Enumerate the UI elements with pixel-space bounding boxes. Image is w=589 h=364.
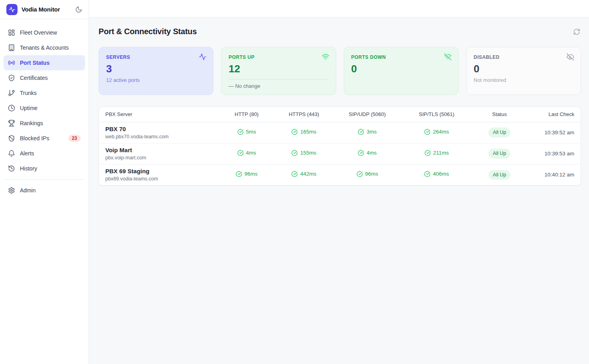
shield-check-icon <box>8 74 15 81</box>
stat-label: DISABLED <box>474 54 500 60</box>
git-branch-icon <box>8 89 15 97</box>
table-row: Voip Mart pbx.voip-mart.com 4ms 155ms 4m… <box>99 143 581 164</box>
column-header-pbx-server: PBX Server <box>99 107 218 122</box>
check-circle-icon <box>424 129 430 135</box>
sidebar-item-label: Port Status <box>20 60 50 66</box>
layout-dashboard-icon <box>8 29 15 36</box>
stat-subtext: — No change <box>229 83 328 89</box>
check-circle-icon <box>291 171 298 177</box>
refresh-button[interactable] <box>572 27 581 36</box>
sidebar-item-label: Certificates <box>20 75 48 81</box>
server-name: PBX 69 Staging <box>105 168 218 175</box>
table-header-row: PBX Server HTTP (80) HTTPS (443) SIP/UDP… <box>99 107 581 122</box>
last-check-time: 10:39:53 am <box>528 143 581 164</box>
status-badge: All Up <box>488 170 510 180</box>
stat-value: 12 <box>229 63 328 75</box>
server-domain: web.pbx70.vodia-teams.com <box>105 134 218 139</box>
sidebar-item-label: Uptime <box>20 105 37 111</box>
sidebar-item-port-status[interactable]: Port Status <box>4 55 85 70</box>
sidebar-item-label: Rankings <box>20 120 43 126</box>
server-name: PBX 70 <box>105 126 218 133</box>
column-header-sip-tls: SIP/TLS (5061) <box>402 107 471 122</box>
eye-off-icon <box>566 53 574 61</box>
topbar <box>89 0 589 17</box>
latency-value: 4ms <box>358 150 377 156</box>
sidebar-item-certificates[interactable]: Certificates <box>4 70 85 85</box>
check-circle-icon <box>358 150 364 156</box>
nav-divider <box>4 179 84 180</box>
stat-subtext: Not monitored <box>474 77 574 83</box>
stat-card-ports-down: PORTS DOWN 0 <box>344 47 459 95</box>
clock-icon <box>8 105 15 112</box>
card-divider <box>229 79 328 79</box>
content: Port & Connectivity Status SERVERS 3 12 … <box>89 17 589 364</box>
latency-value: 406ms <box>424 171 449 177</box>
table-row: PBX 70 web.pbx70.vodia-teams.com 5ms 165… <box>99 122 581 143</box>
theme-toggle-button[interactable] <box>74 5 83 14</box>
sidebar-item-label: Alerts <box>20 150 34 157</box>
check-circle-icon <box>291 129 298 135</box>
stat-value: 0 <box>474 63 574 75</box>
column-header-sip-udp: SIP/UDP (5060) <box>333 107 402 122</box>
sidebar-item-alerts[interactable]: Alerts <box>4 146 85 161</box>
sidebar-item-tenants-accounts[interactable]: Tenants & Accounts <box>4 40 85 55</box>
server-domain: pbx69.vodia-teams.com <box>105 176 218 182</box>
history-icon <box>8 165 15 172</box>
check-circle-icon <box>424 171 430 177</box>
server-name: Voip Mart <box>105 147 218 154</box>
stat-card-servers: SERVERS 3 12 active ports <box>99 47 213 95</box>
sidebar-item-trunks[interactable]: Trunks <box>4 85 85 101</box>
check-circle-icon <box>237 150 244 156</box>
moon-icon <box>75 6 82 13</box>
sidebar-item-history[interactable]: History <box>4 161 85 176</box>
sidebar: Vodia Monitor Fleet Overview Tenants & A… <box>0 0 89 364</box>
wifi-off-icon <box>444 53 452 61</box>
check-circle-icon <box>237 129 244 135</box>
stat-card-ports-up: PORTS UP 12 — No change <box>221 47 336 95</box>
sidebar-item-uptime[interactable]: Uptime <box>4 101 85 116</box>
blocked-ips-count-badge: 23 <box>68 135 81 142</box>
latency-value: 5ms <box>237 129 256 135</box>
stat-value: 0 <box>351 63 451 75</box>
stat-label: PORTS UP <box>229 54 254 60</box>
stat-subtext: 12 active ports <box>106 77 206 83</box>
trophy-icon <box>8 120 15 127</box>
column-header-https: HTTPS (443) <box>275 107 333 122</box>
sidebar-item-blocked-ips[interactable]: Blocked IPs 23 <box>4 131 85 146</box>
sidebar-item-admin[interactable]: Admin <box>4 183 85 198</box>
latency-value: 211ms <box>424 150 449 156</box>
shield-ban-icon <box>8 135 15 142</box>
page-title: Port & Connectivity Status <box>99 27 197 36</box>
settings-icon <box>8 187 15 194</box>
app-title: Vodia Monitor <box>21 6 60 13</box>
stat-cards-row: SERVERS 3 12 active ports PORTS UP 12 — … <box>99 47 581 95</box>
sidebar-item-label: Admin <box>20 187 36 194</box>
last-check-time: 10:40:12 am <box>528 164 581 185</box>
sidebar-item-label: Blocked IPs <box>20 135 49 141</box>
server-domain: pbx.voip-mart.com <box>105 155 218 161</box>
wifi-icon <box>322 53 329 61</box>
sidebar-header: Vodia Monitor <box>0 0 89 19</box>
latency-value: 165ms <box>291 129 316 135</box>
status-badge: All Up <box>488 128 510 137</box>
status-badge: All Up <box>488 149 510 159</box>
column-header-http: HTTP (80) <box>218 107 275 122</box>
activity-icon <box>199 53 207 61</box>
column-header-last-check: Last Check <box>528 107 581 122</box>
check-circle-icon <box>358 129 364 135</box>
check-circle-icon <box>291 150 298 156</box>
sidebar-item-label: History <box>20 165 37 172</box>
sidebar-item-rankings[interactable]: Rankings <box>4 116 85 131</box>
building-icon <box>8 44 15 51</box>
bell-icon <box>8 150 15 157</box>
stat-label: SERVERS <box>106 54 130 60</box>
sidebar-item-label: Trunks <box>20 90 37 96</box>
sidebar-item-label: Tenants & Accounts <box>20 45 69 51</box>
app-logo <box>6 4 17 15</box>
port-status-table: PBX Server HTTP (80) HTTPS (443) SIP/UDP… <box>99 106 581 186</box>
sidebar-item-label: Fleet Overview <box>20 29 57 36</box>
activity-icon <box>9 6 15 13</box>
sidebar-item-fleet-overview[interactable]: Fleet Overview <box>4 25 85 40</box>
last-check-time: 10:39:52 am <box>528 122 581 143</box>
refresh-icon <box>573 28 580 35</box>
